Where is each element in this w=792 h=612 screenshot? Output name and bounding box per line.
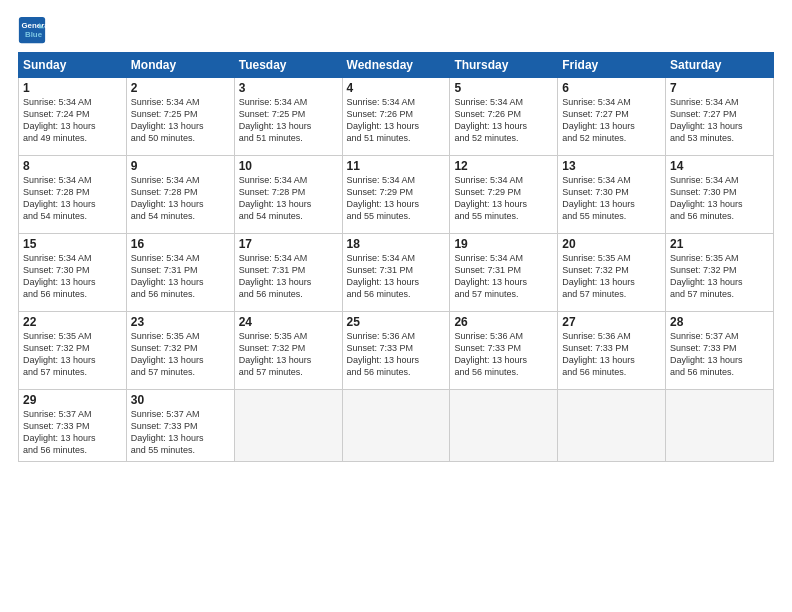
day-number: 7 [670,81,769,95]
day-header-tuesday: Tuesday [234,53,342,78]
calendar-cell: 30Sunrise: 5:37 AMSunset: 7:33 PMDayligh… [126,390,234,462]
calendar-cell: 23Sunrise: 5:35 AMSunset: 7:32 PMDayligh… [126,312,234,390]
day-header-wednesday: Wednesday [342,53,450,78]
calendar-cell: 8Sunrise: 5:34 AMSunset: 7:28 PMDaylight… [19,156,127,234]
cell-content: Sunrise: 5:37 AMSunset: 7:33 PMDaylight:… [131,409,204,455]
day-number: 29 [23,393,122,407]
day-number: 6 [562,81,661,95]
day-number: 27 [562,315,661,329]
day-number: 30 [131,393,230,407]
day-number: 9 [131,159,230,173]
day-header-saturday: Saturday [666,53,774,78]
cell-content: Sunrise: 5:34 AMSunset: 7:27 PMDaylight:… [562,97,635,143]
cell-content: Sunrise: 5:34 AMSunset: 7:28 PMDaylight:… [23,175,96,221]
logo: General Blue [18,16,50,44]
cell-content: Sunrise: 5:34 AMSunset: 7:29 PMDaylight:… [454,175,527,221]
calendar-cell: 27Sunrise: 5:36 AMSunset: 7:33 PMDayligh… [558,312,666,390]
calendar-cell: 12Sunrise: 5:34 AMSunset: 7:29 PMDayligh… [450,156,558,234]
cell-content: Sunrise: 5:37 AMSunset: 7:33 PMDaylight:… [23,409,96,455]
day-number: 16 [131,237,230,251]
calendar-cell: 14Sunrise: 5:34 AMSunset: 7:30 PMDayligh… [666,156,774,234]
calendar-cell: 22Sunrise: 5:35 AMSunset: 7:32 PMDayligh… [19,312,127,390]
cell-content: Sunrise: 5:34 AMSunset: 7:24 PMDaylight:… [23,97,96,143]
day-number: 23 [131,315,230,329]
logo-icon: General Blue [18,16,46,44]
calendar-cell: 26Sunrise: 5:36 AMSunset: 7:33 PMDayligh… [450,312,558,390]
calendar-cell: 24Sunrise: 5:35 AMSunset: 7:32 PMDayligh… [234,312,342,390]
calendar-cell: 17Sunrise: 5:34 AMSunset: 7:31 PMDayligh… [234,234,342,312]
calendar-cell: 1Sunrise: 5:34 AMSunset: 7:24 PMDaylight… [19,78,127,156]
header: General Blue [18,16,774,44]
calendar-cell [234,390,342,462]
week-row-4: 22Sunrise: 5:35 AMSunset: 7:32 PMDayligh… [19,312,774,390]
cell-content: Sunrise: 5:34 AMSunset: 7:31 PMDaylight:… [347,253,420,299]
calendar-cell: 16Sunrise: 5:34 AMSunset: 7:31 PMDayligh… [126,234,234,312]
calendar-cell: 9Sunrise: 5:34 AMSunset: 7:28 PMDaylight… [126,156,234,234]
calendar-cell: 19Sunrise: 5:34 AMSunset: 7:31 PMDayligh… [450,234,558,312]
day-number: 19 [454,237,553,251]
calendar-cell: 28Sunrise: 5:37 AMSunset: 7:33 PMDayligh… [666,312,774,390]
day-header-row: SundayMondayTuesdayWednesdayThursdayFrid… [19,53,774,78]
day-number: 24 [239,315,338,329]
day-header-friday: Friday [558,53,666,78]
calendar-cell: 5Sunrise: 5:34 AMSunset: 7:26 PMDaylight… [450,78,558,156]
cell-content: Sunrise: 5:34 AMSunset: 7:26 PMDaylight:… [347,97,420,143]
day-number: 13 [562,159,661,173]
cell-content: Sunrise: 5:34 AMSunset: 7:31 PMDaylight:… [131,253,204,299]
cell-content: Sunrise: 5:34 AMSunset: 7:31 PMDaylight:… [239,253,312,299]
cell-content: Sunrise: 5:34 AMSunset: 7:28 PMDaylight:… [131,175,204,221]
calendar-cell: 6Sunrise: 5:34 AMSunset: 7:27 PMDaylight… [558,78,666,156]
day-number: 26 [454,315,553,329]
calendar-cell [558,390,666,462]
day-number: 21 [670,237,769,251]
cell-content: Sunrise: 5:34 AMSunset: 7:30 PMDaylight:… [670,175,743,221]
day-number: 20 [562,237,661,251]
cell-content: Sunrise: 5:34 AMSunset: 7:25 PMDaylight:… [131,97,204,143]
cell-content: Sunrise: 5:35 AMSunset: 7:32 PMDaylight:… [131,331,204,377]
calendar-cell: 3Sunrise: 5:34 AMSunset: 7:25 PMDaylight… [234,78,342,156]
cell-content: Sunrise: 5:34 AMSunset: 7:25 PMDaylight:… [239,97,312,143]
day-number: 4 [347,81,446,95]
calendar-cell: 15Sunrise: 5:34 AMSunset: 7:30 PMDayligh… [19,234,127,312]
day-number: 11 [347,159,446,173]
day-number: 8 [23,159,122,173]
calendar-cell: 7Sunrise: 5:34 AMSunset: 7:27 PMDaylight… [666,78,774,156]
calendar-cell: 13Sunrise: 5:34 AMSunset: 7:30 PMDayligh… [558,156,666,234]
day-number: 5 [454,81,553,95]
cell-content: Sunrise: 5:36 AMSunset: 7:33 PMDaylight:… [347,331,420,377]
calendar-cell: 29Sunrise: 5:37 AMSunset: 7:33 PMDayligh… [19,390,127,462]
day-number: 22 [23,315,122,329]
cell-content: Sunrise: 5:34 AMSunset: 7:30 PMDaylight:… [23,253,96,299]
calendar-cell: 10Sunrise: 5:34 AMSunset: 7:28 PMDayligh… [234,156,342,234]
day-number: 17 [239,237,338,251]
day-number: 28 [670,315,769,329]
cell-content: Sunrise: 5:36 AMSunset: 7:33 PMDaylight:… [562,331,635,377]
day-header-thursday: Thursday [450,53,558,78]
calendar-table: SundayMondayTuesdayWednesdayThursdayFrid… [18,52,774,462]
day-number: 14 [670,159,769,173]
calendar-cell: 11Sunrise: 5:34 AMSunset: 7:29 PMDayligh… [342,156,450,234]
week-row-2: 8Sunrise: 5:34 AMSunset: 7:28 PMDaylight… [19,156,774,234]
day-number: 3 [239,81,338,95]
day-number: 15 [23,237,122,251]
cell-content: Sunrise: 5:34 AMSunset: 7:29 PMDaylight:… [347,175,420,221]
day-number: 12 [454,159,553,173]
cell-content: Sunrise: 5:34 AMSunset: 7:30 PMDaylight:… [562,175,635,221]
day-number: 18 [347,237,446,251]
cell-content: Sunrise: 5:36 AMSunset: 7:33 PMDaylight:… [454,331,527,377]
cell-content: Sunrise: 5:34 AMSunset: 7:26 PMDaylight:… [454,97,527,143]
cell-content: Sunrise: 5:35 AMSunset: 7:32 PMDaylight:… [562,253,635,299]
calendar-cell: 2Sunrise: 5:34 AMSunset: 7:25 PMDaylight… [126,78,234,156]
cell-content: Sunrise: 5:37 AMSunset: 7:33 PMDaylight:… [670,331,743,377]
day-number: 25 [347,315,446,329]
cell-content: Sunrise: 5:34 AMSunset: 7:28 PMDaylight:… [239,175,312,221]
cell-content: Sunrise: 5:35 AMSunset: 7:32 PMDaylight:… [670,253,743,299]
week-row-3: 15Sunrise: 5:34 AMSunset: 7:30 PMDayligh… [19,234,774,312]
day-number: 10 [239,159,338,173]
calendar-cell [666,390,774,462]
cell-content: Sunrise: 5:34 AMSunset: 7:31 PMDaylight:… [454,253,527,299]
svg-text:General: General [22,21,47,30]
day-number: 1 [23,81,122,95]
svg-text:Blue: Blue [25,30,43,39]
day-number: 2 [131,81,230,95]
